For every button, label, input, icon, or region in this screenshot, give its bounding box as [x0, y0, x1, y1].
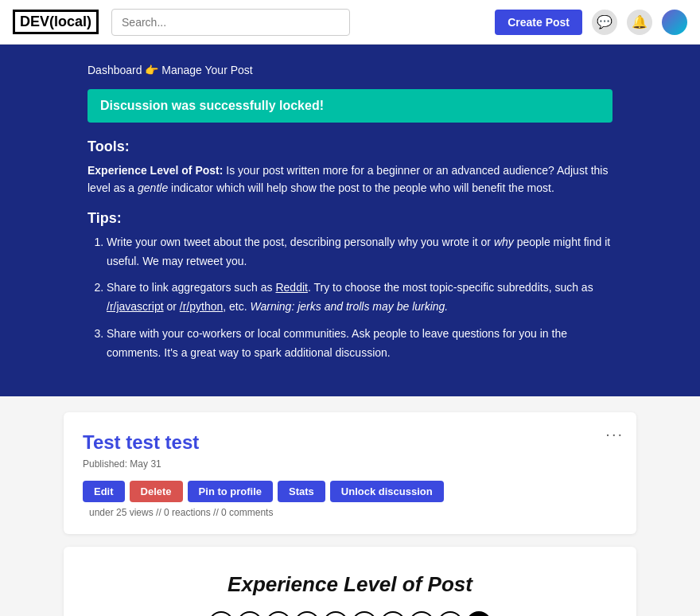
exp-level-text2: indicator which will help show the post … [168, 181, 554, 194]
dark-section: Dashboard 👉 Manage Your Post Discussion … [0, 45, 700, 396]
success-banner: Discussion was successfully locked! [88, 89, 612, 123]
exp-btn-10[interactable]: 10 [466, 611, 492, 616]
header-actions: Create Post 💬 🔔 [495, 10, 687, 35]
dashboard-link[interactable]: Dashboard [88, 64, 142, 76]
tip-2: Share to link aggregators such as Reddit… [107, 279, 612, 317]
exp-btn-6[interactable]: 6 [352, 611, 377, 616]
delete-button[interactable]: Delete [130, 481, 183, 502]
tip-1: Write your own tweet about the post, des… [107, 233, 612, 271]
exp-btn-5[interactable]: 5 [323, 611, 348, 616]
search-container [111, 9, 350, 36]
avatar[interactable] [662, 10, 687, 35]
post-published: Published: May 31 [83, 458, 617, 470]
post-title: Test test test [83, 431, 617, 454]
experience-buttons: 1 2 3 4 5 6 7 8 9 10 [83, 611, 617, 616]
experience-card-title: Experience Level of Post [83, 572, 617, 597]
notifications-icon[interactable]: 🔔 [627, 10, 652, 35]
exp-btn-2[interactable]: 2 [237, 611, 262, 616]
post-menu-button[interactable]: ··· [605, 425, 624, 443]
post-stats-text: under 25 views // 0 reactions // 0 comme… [89, 507, 273, 518]
breadcrumb-arrow: 👉 [145, 64, 158, 76]
stats-button[interactable]: Stats [278, 481, 325, 502]
breadcrumb-manage: Manage Your Post [161, 64, 252, 76]
post-actions: Edit Delete Pin to profile Stats Unlock … [83, 481, 617, 518]
header: DEV(local) Create Post 💬 🔔 [0, 0, 700, 45]
exp-level-description: Experience Level of Post: Is your post w… [88, 162, 612, 197]
exp-btn-4[interactable]: 4 [294, 611, 320, 616]
create-post-button[interactable]: Create Post [495, 10, 582, 35]
reddit-link[interactable]: Reddit [275, 281, 307, 294]
cards-wrapper: ··· Test test test Published: May 31 Edi… [48, 396, 652, 616]
exp-btn-3[interactable]: 3 [266, 611, 291, 616]
r-javascript-link[interactable]: /r/javascript [107, 300, 164, 313]
exp-level-bold: Experience Level of Post: [88, 164, 223, 177]
exp-btn-1[interactable]: 1 [208, 611, 234, 616]
messages-icon[interactable]: 💬 [592, 10, 617, 35]
exp-btn-7[interactable]: 7 [380, 611, 406, 616]
exp-level-italic: gentle [138, 181, 168, 194]
pin-button[interactable]: Pin to profile [188, 481, 273, 502]
exp-btn-8[interactable]: 8 [409, 611, 434, 616]
experience-card: Experience Level of Post 1 2 3 4 5 6 7 8… [64, 547, 636, 616]
tips-list: Write your own tweet about the post, des… [88, 233, 612, 363]
tips-title: Tips: [88, 210, 612, 227]
tip-3: Share with your co-workers or local comm… [107, 325, 612, 363]
tools-title: Tools: [88, 138, 612, 155]
edit-button[interactable]: Edit [83, 481, 125, 502]
site-logo[interactable]: DEV(local) [13, 10, 99, 34]
unlock-discussion-button[interactable]: Unlock discussion [330, 481, 444, 502]
breadcrumb: Dashboard 👉 Manage Your Post [88, 64, 612, 76]
exp-btn-9[interactable]: 9 [438, 611, 463, 616]
post-card: ··· Test test test Published: May 31 Edi… [64, 412, 636, 534]
r-python-link[interactable]: /r/python [180, 300, 223, 313]
search-input[interactable] [111, 9, 350, 36]
